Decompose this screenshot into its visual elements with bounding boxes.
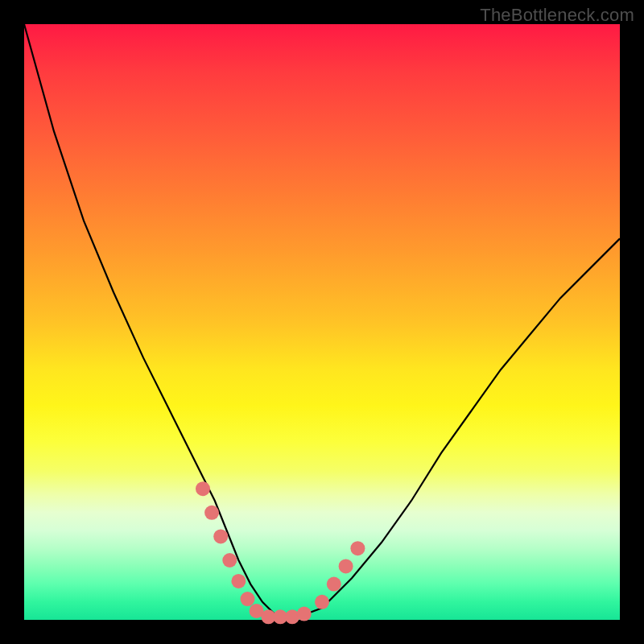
data-marker [339,559,353,573]
data-marker [222,553,237,568]
marker-group [196,481,365,624]
curve-path [24,24,620,617]
data-marker [204,506,219,520]
watermark-text: TheBottleneck.com [480,5,634,26]
data-marker [315,595,329,609]
data-marker [327,577,341,592]
data-marker [241,592,255,606]
data-marker [297,607,312,621]
data-marker [196,481,210,496]
chart-svg [24,24,620,620]
data-marker [231,574,246,588]
plot-area [24,24,620,620]
chart-frame: TheBottleneck.com [0,0,644,644]
data-marker [213,529,228,543]
data-marker [350,541,365,555]
